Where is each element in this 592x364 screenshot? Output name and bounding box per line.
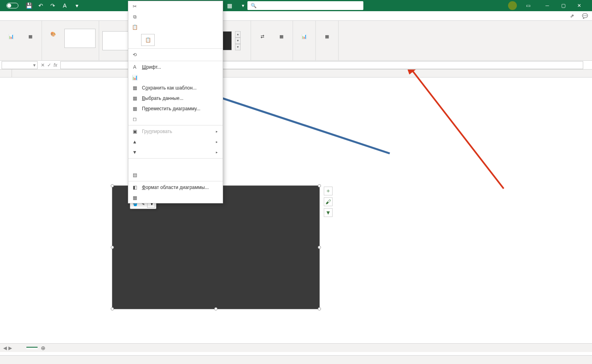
tab-file[interactable] [0,17,8,20]
data-icon: ▦ [132,95,138,101]
tab-home[interactable] [8,17,16,20]
quick-access-toolbar: 💾 ↶ ↷ A ▾ [23,1,82,10]
minimize-button[interactable]: ─ [539,0,555,11]
sheet-tab-1[interactable] [15,347,26,349]
ctx-change-chart-type[interactable]: 📊 [128,72,223,83]
chart-elements-button[interactable]: ＋ [324,187,333,195]
undo-icon[interactable]: ↶ [35,1,46,10]
sheet-nav-prev-icon[interactable]: ◀ [3,345,7,351]
ctx-cut[interactable]: ✂ [128,1,223,12]
template-icon: ▦ [132,85,138,91]
switch-row-column-button[interactable]: ⇄ [254,33,270,48]
name-box[interactable]: ▾ [2,61,38,69]
ribbon-display-icon[interactable]: ▭ [520,0,536,11]
cube-icon: ◻ [132,116,138,122]
ctx-paste-options: 📋 [128,22,223,32]
group-chart-layouts [3,59,38,60]
sheet-tab-2[interactable] [26,347,38,349]
ribbon: 📊 ▦ 🎨 [0,21,592,61]
font-color-icon[interactable]: A [59,1,70,10]
gallery-down-icon[interactable]: ▾ [235,38,241,44]
chevron-down-icon[interactable]: ▾ [242,3,244,8]
annotation-arrow-red [405,70,504,189]
tab-favorites[interactable] [16,17,24,20]
redo-icon[interactable]: ↷ [47,1,58,10]
sheet-area: ＋ 🖌 ▼ 🪣 ✎ ▾ ✂ ⧉ 📋 📋 ⟲ AШрифт... 📊 ▦Сохра… [0,70,592,352]
format-icon: ◧ [132,184,138,191]
chart-styles-button[interactable]: 🖌 [324,197,333,206]
save-icon[interactable]: 💾 [23,1,34,10]
style-thumb[interactable] [64,29,96,48]
ctx-send-back: ▼▸ [128,147,223,157]
maximize-button[interactable]: ▢ [555,0,571,11]
pivot-icon: ▦ [132,195,138,201]
ctx-assign-macro[interactable] [128,159,223,170]
ctx-bring-front: ▲▸ [128,137,223,147]
fx-icon[interactable]: fx [54,62,57,68]
group-location [319,59,335,60]
context-menu: ✂ ⧉ 📋 📋 ⟲ AШрифт... 📊 ▦Сохранить как шаб… [128,1,223,203]
ctx-select-data[interactable]: ▦Выбрать данные... [128,93,223,103]
ctx-move-chart[interactable]: ▦Переместить диаграмму... [128,103,223,114]
reset-icon: ⟲ [132,52,138,58]
tab-insert[interactable] [24,17,32,20]
sheet-tabs: ◀ ▶ ⊕ [0,343,592,352]
autosave-toggle[interactable] [6,3,18,8]
close-button[interactable]: ✕ [571,0,587,11]
back-icon: ▼ [132,149,138,155]
search-input[interactable]: 🔍 [247,1,363,10]
change-colors-button[interactable]: 🎨 [45,31,61,46]
enter-icon[interactable]: ✓ [47,62,51,68]
comments-icon[interactable]: 💬 [578,12,592,20]
quick-layout-button[interactable]: ▦ [22,33,38,48]
app-icon: ▦ [224,1,235,10]
ctx-reset-style[interactable]: ⟲ [128,50,223,60]
share-icon[interactable]: ⇗ [566,12,578,20]
ctx-format-chart-area[interactable]: ◧Формат области диаграммы... [128,182,223,193]
gallery-up-icon[interactable]: ▴ [235,31,241,38]
rowcol-icon: ⇄ [256,34,269,47]
status-bar [0,355,592,364]
change-chart-type-button[interactable]: 📊 [296,33,312,48]
ctx-font[interactable]: AШрифт... [128,62,223,72]
front-icon: ▲ [132,139,138,145]
select-all-corner[interactable] [0,70,12,77]
formula-bar-row: ▾ ✕ ✓ fx [0,61,592,70]
column-headers [0,70,592,78]
move-icon: ▦ [132,105,138,112]
chart-filters-button[interactable]: ▼ [324,208,333,217]
ctx-3d-rotation: ◻ [128,114,223,124]
alttext-icon: ▤ [132,172,138,178]
annotation-arrow-blue [196,90,390,153]
add-chart-element-button[interactable]: 📊 [3,33,19,48]
font-icon: A [132,64,138,70]
chevron-down-icon[interactable]: ▾ [71,1,82,10]
move-chart-button[interactable]: ▦ [319,33,335,48]
gallery-more-icon[interactable]: ▾ [235,44,241,50]
paste-option-button[interactable]: 📋 [141,34,155,46]
copy-icon: ⧉ [132,14,138,20]
title-bar: 💾 ↶ ↷ A ▾ ▦ ▾ 🔍 ▭ ─ ▢ ✕ [0,0,592,11]
ctx-copy[interactable]: ⧉ [128,12,223,22]
cancel-icon[interactable]: ✕ [41,62,45,68]
ctx-save-template[interactable]: ▦Сохранить как шаблон... [128,83,223,93]
tab-pagelayout[interactable] [32,17,40,20]
sheet-nav-next-icon[interactable]: ▶ [8,345,12,351]
chart-plot-area[interactable] [128,204,315,289]
select-data-button[interactable]: ▦ [273,33,289,48]
ctx-alt-text[interactable]: ▤ [128,170,223,180]
chart-element-icon: 📊 [5,34,18,47]
layout-icon: ▦ [24,34,37,47]
palette-icon: 🎨 [47,32,60,44]
group-icon: ▣ [132,128,138,135]
chart-icon: 📊 [132,74,138,81]
avatar[interactable] [508,1,517,10]
group-type [296,59,312,60]
ctx-group: ▣Группировать▸ [128,126,223,137]
search-icon: 🔍 [251,3,257,8]
move-icon: ▦ [321,34,333,47]
ribbon-tabs: ⇗ 💬 [0,11,592,21]
autosave-group [2,3,18,8]
add-sheet-button[interactable]: ⊕ [38,345,49,351]
select-data-icon: ▦ [275,34,288,47]
